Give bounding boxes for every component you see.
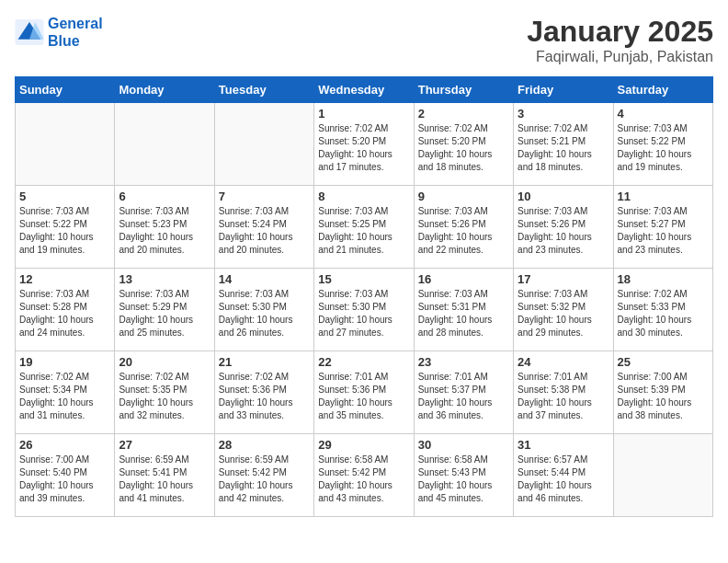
day-detail: Sunrise: 7:03 AM Sunset: 5:30 PM Dayligh…: [219, 288, 310, 339]
day-number: 31: [518, 438, 609, 452]
day-detail: Sunrise: 7:02 AM Sunset: 5:21 PM Dayligh…: [518, 122, 609, 174]
calendar-cell: 8Sunrise: 7:03 AM Sunset: 5:25 PM Daylig…: [314, 186, 414, 269]
logo-text: General Blue: [48, 15, 103, 50]
week-row-2: 5Sunrise: 7:03 AM Sunset: 5:22 PM Daylig…: [16, 186, 713, 269]
week-row-4: 19Sunrise: 7:02 AM Sunset: 5:34 PM Dayli…: [16, 351, 713, 434]
day-detail: Sunrise: 7:01 AM Sunset: 5:38 PM Dayligh…: [518, 371, 609, 422]
col-header-saturday: Saturday: [613, 77, 712, 103]
day-detail: Sunrise: 6:58 AM Sunset: 5:43 PM Dayligh…: [418, 454, 509, 505]
day-detail: Sunrise: 6:59 AM Sunset: 5:41 PM Dayligh…: [119, 454, 210, 505]
day-detail: Sunrise: 7:02 AM Sunset: 5:20 PM Dayligh…: [418, 122, 509, 174]
col-header-wednesday: Wednesday: [314, 77, 414, 103]
calendar-cell: 28Sunrise: 6:59 AM Sunset: 5:42 PM Dayli…: [214, 434, 313, 517]
page-header: General Blue January 2025 Faqirwali, Pun…: [15, 15, 713, 65]
day-number: 20: [119, 355, 210, 369]
day-number: 10: [518, 190, 609, 203]
day-detail: Sunrise: 7:03 AM Sunset: 5:31 PM Dayligh…: [418, 288, 509, 339]
day-number: 28: [219, 438, 310, 452]
day-detail: Sunrise: 7:03 AM Sunset: 5:32 PM Dayligh…: [518, 288, 609, 339]
col-header-monday: Monday: [115, 77, 214, 103]
calendar-cell: 21Sunrise: 7:02 AM Sunset: 5:36 PM Dayli…: [214, 351, 313, 434]
day-detail: Sunrise: 6:57 AM Sunset: 5:44 PM Dayligh…: [518, 454, 609, 505]
day-number: 4: [618, 107, 709, 121]
calendar-cell: 20Sunrise: 7:02 AM Sunset: 5:35 PM Dayli…: [115, 351, 214, 434]
title-block: January 2025 Faqirwali, Punjab, Pakistan: [527, 15, 713, 65]
day-number: 23: [418, 355, 509, 369]
day-detail: Sunrise: 7:01 AM Sunset: 5:36 PM Dayligh…: [318, 371, 409, 422]
col-header-friday: Friday: [514, 77, 613, 103]
day-number: 25: [618, 355, 709, 369]
day-detail: Sunrise: 7:02 AM Sunset: 5:34 PM Dayligh…: [19, 371, 110, 422]
calendar-cell: [16, 103, 115, 186]
day-detail: Sunrise: 7:03 AM Sunset: 5:23 PM Dayligh…: [119, 205, 210, 257]
day-number: 22: [318, 355, 409, 369]
calendar-cell: 11Sunrise: 7:03 AM Sunset: 5:27 PM Dayli…: [613, 186, 712, 269]
calendar-cell: [115, 103, 214, 186]
calendar-table: SundayMondayTuesdayWednesdayThursdayFrid…: [15, 76, 713, 517]
calendar-cell: 10Sunrise: 7:03 AM Sunset: 5:26 PM Dayli…: [514, 186, 613, 269]
day-number: 27: [119, 438, 210, 452]
calendar-cell: 18Sunrise: 7:02 AM Sunset: 5:33 PM Dayli…: [613, 269, 712, 351]
calendar-cell: 4Sunrise: 7:03 AM Sunset: 5:22 PM Daylig…: [613, 103, 712, 186]
calendar-cell: [613, 434, 712, 517]
day-number: 6: [119, 190, 210, 203]
calendar-cell: 19Sunrise: 7:02 AM Sunset: 5:34 PM Dayli…: [16, 351, 115, 434]
day-number: 9: [418, 190, 509, 203]
calendar-cell: 23Sunrise: 7:01 AM Sunset: 5:37 PM Dayli…: [414, 351, 513, 434]
day-number: 14: [219, 272, 310, 286]
calendar-cell: 6Sunrise: 7:03 AM Sunset: 5:23 PM Daylig…: [115, 186, 214, 269]
day-number: 13: [119, 272, 210, 286]
day-detail: Sunrise: 6:59 AM Sunset: 5:42 PM Dayligh…: [219, 454, 310, 505]
day-detail: Sunrise: 7:03 AM Sunset: 5:25 PM Dayligh…: [318, 205, 409, 257]
calendar-cell: 17Sunrise: 7:03 AM Sunset: 5:32 PM Dayli…: [514, 269, 613, 351]
calendar-cell: 24Sunrise: 7:01 AM Sunset: 5:38 PM Dayli…: [514, 351, 613, 434]
day-number: 26: [19, 438, 110, 452]
calendar-cell: 3Sunrise: 7:02 AM Sunset: 5:21 PM Daylig…: [514, 103, 613, 186]
week-row-3: 12Sunrise: 7:03 AM Sunset: 5:28 PM Dayli…: [16, 269, 713, 351]
calendar-cell: 1Sunrise: 7:02 AM Sunset: 5:20 PM Daylig…: [314, 103, 414, 186]
day-number: 7: [219, 190, 310, 203]
week-row-1: 1Sunrise: 7:02 AM Sunset: 5:20 PM Daylig…: [16, 103, 713, 186]
day-number: 5: [19, 190, 110, 203]
calendar-cell: 7Sunrise: 7:03 AM Sunset: 5:24 PM Daylig…: [214, 186, 313, 269]
calendar-header: SundayMondayTuesdayWednesdayThursdayFrid…: [16, 77, 713, 103]
day-detail: Sunrise: 7:02 AM Sunset: 5:35 PM Dayligh…: [119, 371, 210, 422]
day-number: 1: [318, 107, 409, 121]
day-number: 15: [318, 272, 409, 286]
calendar-cell: [214, 103, 313, 186]
logo: General Blue: [15, 15, 103, 50]
day-detail: Sunrise: 7:03 AM Sunset: 5:30 PM Dayligh…: [318, 288, 409, 339]
day-number: 24: [518, 355, 609, 369]
day-number: 3: [518, 107, 609, 121]
logo-icon: [15, 19, 44, 45]
calendar-cell: 12Sunrise: 7:03 AM Sunset: 5:28 PM Dayli…: [16, 269, 115, 351]
calendar-cell: 25Sunrise: 7:00 AM Sunset: 5:39 PM Dayli…: [613, 351, 712, 434]
day-number: 8: [318, 190, 409, 203]
calendar-cell: 31Sunrise: 6:57 AM Sunset: 5:44 PM Dayli…: [514, 434, 613, 517]
calendar-cell: 16Sunrise: 7:03 AM Sunset: 5:31 PM Dayli…: [414, 269, 513, 351]
day-detail: Sunrise: 7:00 AM Sunset: 5:40 PM Dayligh…: [19, 454, 110, 505]
calendar-cell: 22Sunrise: 7:01 AM Sunset: 5:36 PM Dayli…: [314, 351, 414, 434]
calendar-cell: 26Sunrise: 7:00 AM Sunset: 5:40 PM Dayli…: [16, 434, 115, 517]
day-detail: Sunrise: 7:03 AM Sunset: 5:22 PM Dayligh…: [618, 122, 709, 174]
day-number: 17: [518, 272, 609, 286]
day-detail: Sunrise: 7:03 AM Sunset: 5:24 PM Dayligh…: [219, 205, 310, 257]
calendar-cell: 2Sunrise: 7:02 AM Sunset: 5:20 PM Daylig…: [414, 103, 513, 186]
day-detail: Sunrise: 7:03 AM Sunset: 5:22 PM Dayligh…: [19, 205, 110, 257]
week-row-5: 26Sunrise: 7:00 AM Sunset: 5:40 PM Dayli…: [16, 434, 713, 517]
day-number: 18: [618, 272, 709, 286]
col-header-thursday: Thursday: [414, 77, 513, 103]
day-number: 19: [19, 355, 110, 369]
calendar-cell: 5Sunrise: 7:03 AM Sunset: 5:22 PM Daylig…: [16, 186, 115, 269]
day-detail: Sunrise: 7:03 AM Sunset: 5:28 PM Dayligh…: [19, 288, 110, 339]
day-number: 11: [618, 190, 709, 203]
day-detail: Sunrise: 7:02 AM Sunset: 5:36 PM Dayligh…: [219, 371, 310, 422]
day-number: 29: [318, 438, 409, 452]
calendar-cell: 13Sunrise: 7:03 AM Sunset: 5:29 PM Dayli…: [115, 269, 214, 351]
day-detail: Sunrise: 7:00 AM Sunset: 5:39 PM Dayligh…: [618, 371, 709, 422]
main-title: January 2025: [527, 15, 713, 49]
col-header-tuesday: Tuesday: [214, 77, 313, 103]
day-detail: Sunrise: 7:02 AM Sunset: 5:33 PM Dayligh…: [618, 288, 709, 339]
day-detail: Sunrise: 7:02 AM Sunset: 5:20 PM Dayligh…: [318, 122, 409, 174]
calendar-cell: 30Sunrise: 6:58 AM Sunset: 5:43 PM Dayli…: [414, 434, 513, 517]
